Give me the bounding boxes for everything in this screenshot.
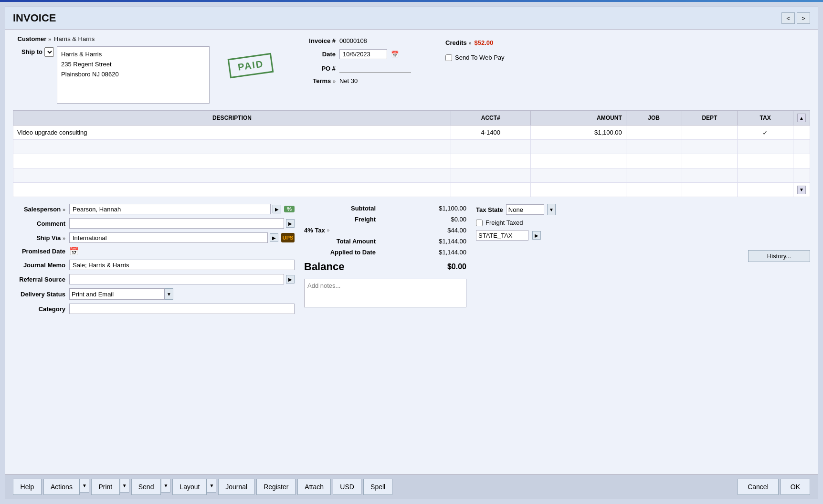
table-row[interactable] xyxy=(13,168,810,183)
referral-arrow-btn[interactable]: ▶ xyxy=(286,275,295,284)
table-row[interactable] xyxy=(13,140,810,154)
comment-input[interactable] xyxy=(69,218,284,229)
row4-tax[interactable] xyxy=(738,168,793,183)
salesperson-arrow-btn[interactable]: ▶ xyxy=(273,205,281,213)
dept-header: DEPT xyxy=(682,111,738,126)
row3-dept[interactable] xyxy=(682,154,738,168)
invoice-table: DESCRIPTION ACCT# AMOUNT JOB DEPT TAX ▲ … xyxy=(13,110,810,197)
tax-arrows[interactable]: » xyxy=(327,228,330,233)
actions-dropdown-btn[interactable]: ▼ xyxy=(80,479,89,493)
ship-via-input[interactable] xyxy=(69,232,268,243)
prev-button[interactable]: < xyxy=(781,12,795,24)
customer-name: Harris & Harris xyxy=(54,35,95,42)
acct-header: ACCT# xyxy=(451,111,530,126)
print-dropdown-btn[interactable]: ▼ xyxy=(120,479,129,493)
history-button[interactable]: History... xyxy=(748,250,810,262)
row2-acct[interactable] xyxy=(451,140,530,154)
tax-state-dropdown-btn[interactable]: ▼ xyxy=(547,204,556,215)
freight-taxed-checkbox[interactable] xyxy=(476,220,483,226)
row1-job[interactable] xyxy=(626,126,682,140)
salesperson-input[interactable] xyxy=(69,204,271,214)
row5-tax[interactable] xyxy=(738,183,793,197)
paid-stamp: PAID xyxy=(228,53,274,78)
ship-to-dropdown[interactable]: ▼ xyxy=(44,47,54,57)
total-amount-label: Total Amount xyxy=(304,238,376,245)
row1-acct[interactable]: 4-1400 xyxy=(451,126,530,140)
po-input[interactable] xyxy=(339,64,411,73)
row4-amount[interactable] xyxy=(530,168,626,183)
cancel-button[interactable]: Cancel xyxy=(738,479,779,495)
help-button[interactable]: Help xyxy=(13,479,42,495)
register-button[interactable]: Register xyxy=(256,479,295,495)
row3-amount[interactable] xyxy=(530,154,626,168)
row3-job[interactable] xyxy=(626,154,682,168)
next-button[interactable]: > xyxy=(797,12,810,24)
promised-date-calendar[interactable]: 📅 xyxy=(69,247,79,256)
layout-dropdown-btn[interactable]: ▼ xyxy=(207,479,216,493)
tax-header: TAX xyxy=(738,111,793,126)
referral-source-input[interactable] xyxy=(69,274,284,284)
state-tax-arrow-btn[interactable]: ▶ xyxy=(532,231,541,240)
row4-acct[interactable] xyxy=(451,168,530,183)
row5-acct[interactable] xyxy=(451,183,530,197)
usd-button[interactable]: USD xyxy=(333,479,361,495)
pct-badge: % xyxy=(284,206,295,212)
row4-dept[interactable] xyxy=(682,168,738,183)
row2-amount[interactable] xyxy=(530,140,626,154)
po-label: PO # xyxy=(297,65,336,72)
row4-desc[interactable] xyxy=(13,168,451,183)
row3-tax[interactable] xyxy=(738,154,793,168)
table-row[interactable]: ▼ xyxy=(13,183,810,197)
ship-via-arrow-btn[interactable]: ▶ xyxy=(270,233,278,242)
row1-desc[interactable]: Video upgrade consulting xyxy=(13,126,451,140)
row2-tax[interactable] xyxy=(738,140,793,154)
comment-arrow-btn[interactable]: ▶ xyxy=(286,219,295,228)
row2-desc[interactable] xyxy=(13,140,451,154)
ok-button[interactable]: OK xyxy=(781,479,810,495)
row3-desc[interactable] xyxy=(13,154,451,168)
row5-dept[interactable] xyxy=(682,183,738,197)
send-button[interactable]: Send xyxy=(131,479,161,495)
balance-label: Balance xyxy=(304,261,344,273)
journal-button[interactable]: Journal xyxy=(218,479,254,495)
customer-arrows[interactable]: » xyxy=(48,36,51,42)
state-tax-input[interactable] xyxy=(476,230,528,241)
spell-button[interactable]: Spell xyxy=(363,479,392,495)
print-button[interactable]: Print xyxy=(91,479,120,495)
row5-amount[interactable] xyxy=(530,183,626,197)
row1-tax[interactable]: ✓ xyxy=(738,126,793,140)
row1-amount[interactable]: $1,100.00 xyxy=(530,126,626,140)
delivery-status-dropdown-btn[interactable]: ▼ xyxy=(165,288,173,300)
row5-job[interactable] xyxy=(626,183,682,197)
referral-source-label: Referral Source xyxy=(13,276,65,283)
layout-button[interactable]: Layout xyxy=(172,479,207,495)
date-input[interactable] xyxy=(339,49,387,59)
tax-value: $44.00 xyxy=(428,227,466,234)
web-pay-checkbox[interactable] xyxy=(445,54,452,61)
row4-job[interactable] xyxy=(626,168,682,183)
row2-dept[interactable] xyxy=(682,140,738,154)
actions-button[interactable]: Actions xyxy=(43,479,80,495)
balance-value: $0.00 xyxy=(447,262,466,271)
notes-input[interactable] xyxy=(304,279,466,307)
calendar-icon[interactable]: 📅 xyxy=(391,51,399,58)
delivery-status-input[interactable] xyxy=(69,288,165,300)
row1-dept[interactable] xyxy=(682,126,738,140)
category-label: Category xyxy=(13,305,65,313)
freight-taxed-label: Freight Taxed xyxy=(485,219,523,226)
amount-header: AMOUNT xyxy=(530,111,626,126)
scroll-up-btn[interactable]: ▲ xyxy=(797,114,806,122)
table-row[interactable]: Video upgrade consulting 4-1400 $1,100.0… xyxy=(13,126,810,140)
row5-desc[interactable] xyxy=(13,183,451,197)
table-row[interactable] xyxy=(13,154,810,168)
attach-button[interactable]: Attach xyxy=(297,479,331,495)
tax-state-input[interactable] xyxy=(506,204,544,215)
category-input[interactable] xyxy=(69,304,295,314)
terms-arrows: » xyxy=(333,78,336,84)
row3-acct[interactable] xyxy=(451,154,530,168)
customer-label: Customer » xyxy=(13,35,51,42)
scroll-down-btn[interactable]: ▼ xyxy=(797,186,806,194)
journal-memo-input[interactable] xyxy=(69,260,295,270)
row2-job[interactable] xyxy=(626,140,682,154)
send-dropdown-btn[interactable]: ▼ xyxy=(161,479,170,493)
